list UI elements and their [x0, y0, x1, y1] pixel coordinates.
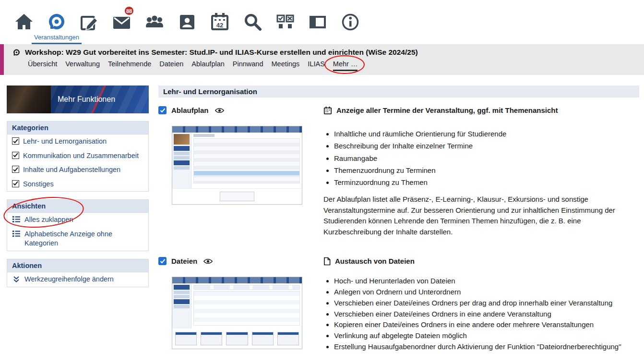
category-label: Inhalte und Aufgabenstellungen	[23, 165, 120, 175]
sidebar-banner-image	[7, 85, 51, 113]
action-label: Werkzeugreihenfolge ändern	[24, 275, 114, 284]
sidebar-section-title: Ansichten	[7, 200, 148, 213]
tab-teilnehmende[interactable]: Teilnehmende	[108, 60, 151, 71]
check-icon	[160, 108, 166, 113]
file-icon	[323, 257, 331, 266]
sidebar-banner-title: Mehr Funktionen	[58, 95, 115, 104]
category-label: Sonstiges	[23, 180, 54, 189]
category-item-kommunikation[interactable]: Kommunikation und Zusammenarbeit	[7, 149, 148, 163]
tool-name: Dateien	[171, 257, 197, 265]
view-item-alles-zuklappen[interactable]: Alles zuklappen	[7, 213, 148, 227]
check-icon	[13, 139, 18, 144]
tab-verwaltung[interactable]: Verwaltung	[65, 60, 100, 71]
tool-screenshot-ablaufplan	[172, 126, 302, 205]
sidebar-section-kategorien: Kategorien Lehr- und Lernorganisation Ko…	[7, 121, 149, 192]
expand-all-icon	[12, 276, 21, 282]
sidebar-section-aktionen: Aktionen Werkzeugreihenfolge ändern	[7, 259, 149, 287]
schedule-icon: 42	[209, 12, 230, 33]
bullet-item: Raumangabe	[334, 154, 639, 163]
course-icon	[12, 49, 21, 57]
tool-name: Ablaufplan	[171, 106, 209, 114]
nav-profile-button[interactable]	[171, 0, 203, 44]
course-title: Workshop: W29 Gut vorbereitet ins Semest…	[25, 48, 418, 57]
tool-heading: Austausch von Dateien	[335, 257, 415, 265]
category-checkbox[interactable]	[12, 166, 19, 173]
tool-screenshot-dateien	[172, 277, 302, 349]
tool-row-ablaufplan: Ablaufplan	[158, 105, 639, 244]
community-icon	[144, 12, 165, 33]
courses-icon	[46, 12, 67, 33]
info-icon	[340, 12, 361, 33]
tool-bullet-list: Hoch- und Herunterladen von Dateien Anle…	[323, 276, 639, 352]
tab-pinnwand[interactable]: Pinnwand	[233, 60, 263, 71]
sidebar-section-ansichten: Ansichten Alles zuklappen Alpha	[7, 199, 149, 251]
tool-checkbox-ablaufplan[interactable]	[158, 106, 167, 114]
bullet-item: Themenzuordnung zu Terminen	[334, 166, 639, 175]
nav-board-button[interactable]	[301, 0, 334, 44]
category-checkbox[interactable]	[12, 180, 19, 187]
nav-search-button[interactable]	[236, 0, 269, 44]
bullet-item: Verschieben einer Datei/eines Ordners pe…	[334, 298, 639, 308]
evaluation-icon	[274, 12, 296, 33]
tool-heading: Anzeige aller Termine der Veranstaltung,…	[336, 106, 558, 114]
sidebar-banner: Mehr Funktionen	[7, 85, 149, 113]
mini-header	[172, 126, 302, 133]
action-item-werkzeugreihenfolge[interactable]: Werkzeugreihenfolge ändern	[7, 272, 148, 287]
view-item-alphabetische-anzeige[interactable]: Alphabetische Anzeige ohne Kategorien	[7, 227, 148, 251]
bullet-item: Verschieben einer Datei/eines Ordners in…	[334, 309, 639, 319]
bullet-item: Terminzuordnung zu Themen	[334, 178, 639, 187]
nav-active-label: Veranstaltungen	[34, 34, 79, 41]
sidebar: Mehr Funktionen Kategorien Lehr- und Ler…	[7, 85, 149, 354]
profile-icon	[177, 12, 198, 33]
tool-description: Der Ablaufplan listet alle Präsenz-, E-L…	[323, 194, 639, 237]
tab-mehr[interactable]: Mehr …	[333, 60, 358, 71]
tool-bullet-list: Inhaltliche und räumliche Orientierung f…	[323, 129, 639, 187]
nav-evaluation-button[interactable]	[269, 0, 301, 44]
schedule-icon	[323, 106, 332, 115]
nav-schedule-button[interactable]: 42	[203, 0, 236, 44]
bullet-item: Inhaltliche und räumliche Orientierung f…	[334, 129, 639, 139]
nav-edit-button[interactable]	[73, 0, 106, 44]
page: Veranstaltungen 88	[0, 0, 644, 354]
mail-unread-badge: 88	[124, 6, 134, 16]
visibility-eye-icon[interactable]	[203, 258, 213, 265]
nav-mail-button[interactable]: 88	[106, 0, 138, 44]
edit-icon	[79, 12, 100, 33]
nav-veranstaltungen-button[interactable]: Veranstaltungen	[40, 0, 73, 44]
svg-text:42: 42	[216, 22, 223, 29]
tool-row-dateien: Dateien	[158, 256, 639, 353]
tab-dateien[interactable]: Dateien	[159, 60, 183, 71]
course-type-stripe	[0, 44, 4, 75]
visibility-eye-icon[interactable]	[215, 107, 225, 114]
tab-mehr-label: Mehr …	[333, 60, 358, 68]
bullet-item: Erstellung Hausaufgabenordner durch Akti…	[334, 342, 639, 352]
category-item-sonstiges[interactable]: Sonstiges	[7, 177, 148, 192]
home-icon	[13, 12, 35, 33]
nav-community-button[interactable]	[138, 0, 171, 44]
bullet-item: Beschreibung der Inhalte einzelner Termi…	[334, 141, 639, 151]
tab-meetings[interactable]: Meetings	[272, 60, 300, 71]
list-icon	[12, 231, 21, 237]
bullet-item: Kopieren einer Datei/eines Ordners in ei…	[334, 320, 639, 330]
mini-header	[172, 277, 302, 283]
category-checkbox[interactable]	[12, 137, 19, 145]
list-icon	[12, 216, 21, 222]
category-item-inhalte[interactable]: Inhalte und Aufgabenstellungen	[7, 163, 148, 177]
nav-info-button[interactable]	[334, 0, 367, 44]
check-icon	[13, 181, 18, 186]
bullet-item: Anlegen von Ordnern und Unterordnern	[334, 287, 639, 297]
sidebar-section-title: Aktionen	[7, 259, 148, 272]
tool-checkbox-dateien[interactable]	[158, 257, 167, 265]
main-content: Lehr- und Lernorganisation Ablaufplan	[158, 85, 639, 354]
category-checkbox[interactable]	[12, 152, 19, 159]
category-label: Lehr- und Lernorganisation	[23, 137, 107, 146]
tab-uebersicht[interactable]: Übersicht	[28, 60, 57, 71]
course-tab-bar: Übersicht Verwaltung Teilnehmende Dateie…	[0, 60, 644, 71]
board-icon	[307, 12, 328, 33]
category-item-lehr-lernorganisation[interactable]: Lehr- und Lernorganisation	[7, 134, 148, 149]
sidebar-section-title: Kategorien	[7, 122, 148, 134]
tab-ablaufplan[interactable]: Ablaufplan	[191, 60, 225, 71]
check-icon	[13, 167, 18, 172]
check-icon	[13, 153, 18, 158]
tab-ilias[interactable]: ILIAS	[308, 60, 324, 71]
